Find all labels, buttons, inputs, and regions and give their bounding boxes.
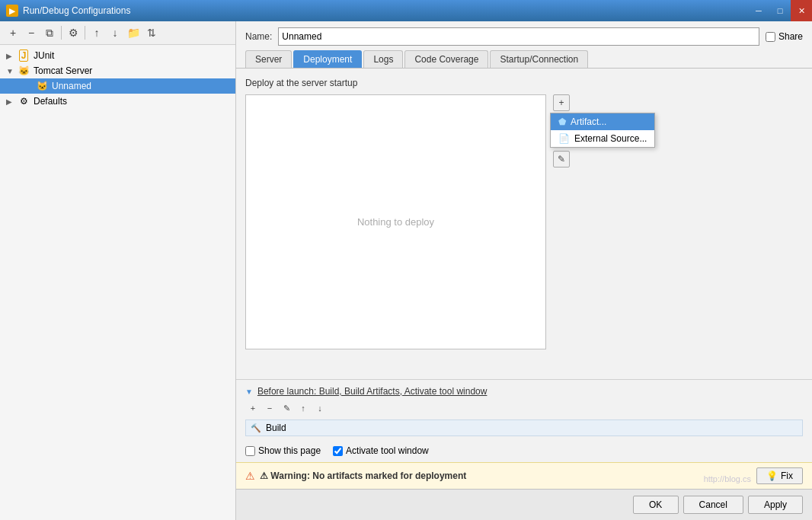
- title-bar: ▶ Run/Debug Configurations ─ □ ✕: [0, 0, 812, 21]
- remove-config-button[interactable]: −: [23, 24, 40, 41]
- config-tree: ▶ J JUnit ▼ 🐱 Tomcat Server 🐱 Unnamed ▶: [0, 45, 235, 520]
- activate-window-option: Activate tool window: [333, 445, 429, 456]
- config-icon: 🐱: [35, 80, 49, 92]
- maximize-button[interactable]: □: [769, 0, 791, 21]
- collapse-arrow[interactable]: ▼: [245, 388, 253, 396]
- before-launch-header: ▼ Before launch: Build, Build Artifacts,…: [245, 386, 803, 397]
- close-button[interactable]: ✕: [791, 0, 812, 21]
- name-input[interactable]: [278, 27, 759, 46]
- fix-button[interactable]: 💡 Fix: [756, 467, 803, 484]
- tab-server[interactable]: Server: [245, 50, 292, 68]
- bottom-bar: http://blog.cs OK Cancel Apply: [236, 489, 812, 520]
- artifact-icon: ⬟: [558, 116, 566, 127]
- tree-label-tomcat: Tomcat Server: [34, 65, 92, 76]
- activate-window-checkbox[interactable]: [333, 446, 343, 456]
- tree-item-defaults[interactable]: ▶ ⚙ Defaults: [0, 94, 235, 109]
- folder-button[interactable]: 📁: [125, 24, 142, 41]
- fix-icon: 💡: [766, 471, 778, 481]
- tree-item-unnamed[interactable]: 🐱 Unnamed: [0, 78, 235, 94]
- share-area: Share: [766, 31, 803, 42]
- build-icon: 🔨: [251, 423, 261, 433]
- tab-startup[interactable]: Startup/Connection: [490, 50, 588, 68]
- fix-label: Fix: [781, 471, 793, 481]
- tree-label-junit: JUnit: [34, 50, 54, 61]
- add-config-button[interactable]: +: [5, 24, 21, 41]
- right-panel: Name: Share Server Deployment Logs Code …: [236, 21, 812, 520]
- before-launch-title: Before launch: Build, Build Artifacts, A…: [257, 386, 488, 397]
- launch-add-button[interactable]: +: [245, 401, 261, 415]
- before-launch-section: ▼ Before launch: Build, Build Artifacts,…: [236, 379, 812, 439]
- deploy-add-button[interactable]: +: [553, 94, 570, 111]
- warning-icon: ⚠: [245, 470, 255, 482]
- tabs-bar: Server Deployment Logs Code Coverage Sta…: [236, 50, 812, 69]
- app-icon: ▶: [6, 5, 18, 17]
- title-bar-controls: ─ □ ✕: [748, 0, 812, 21]
- deploy-area: + ⬟ Artifact... 📄 External Source... ✎: [245, 94, 803, 349]
- main-container: + − ⧉ ⚙ ↑ ↓ 📁 ⇅ ▶ J JUnit ▼ 🐱: [0, 21, 812, 520]
- settings-button[interactable]: ⚙: [65, 24, 82, 41]
- deploy-list-box: Nothing to deploy: [245, 94, 546, 349]
- tree-expand-defaults: ▶: [6, 97, 17, 106]
- launch-down-button[interactable]: ↓: [312, 401, 328, 415]
- warning-bold: ⚠: [260, 471, 270, 481]
- launch-up-button[interactable]: ↑: [296, 401, 311, 415]
- deploy-section-label: Deploy at the server startup: [245, 78, 803, 88]
- build-item-row: 🔨 Build: [245, 420, 803, 436]
- name-field-label: Name:: [245, 31, 272, 42]
- minimize-button[interactable]: ─: [748, 0, 769, 21]
- launch-edit-button[interactable]: ✎: [279, 401, 294, 415]
- warning-bar: ⚠ ⚠ Warning: No artifacts marked for dep…: [236, 462, 812, 489]
- tomcat-icon: 🐱: [17, 65, 30, 77]
- build-label: Build: [266, 423, 286, 433]
- apply-button[interactable]: Apply: [748, 496, 803, 514]
- share-checkbox[interactable]: [766, 32, 775, 42]
- tab-coverage[interactable]: Code Coverage: [404, 50, 488, 68]
- tree-item-tomcat[interactable]: ▼ 🐱 Tomcat Server: [0, 63, 235, 78]
- dropdown-artifact[interactable]: ⬟ Artifact...: [551, 113, 654, 130]
- activate-window-label: Activate tool window: [346, 445, 429, 456]
- artifact-dropdown: ⬟ Artifact... 📄 External Source...: [550, 113, 655, 148]
- move-up-button[interactable]: ↑: [88, 24, 105, 41]
- tab-logs[interactable]: Logs: [363, 50, 403, 68]
- dropdown-external[interactable]: 📄 External Source...: [551, 130, 654, 147]
- left-toolbar: + − ⧉ ⚙ ↑ ↓ 📁 ⇅: [0, 21, 235, 45]
- external-icon: 📄: [558, 133, 570, 144]
- defaults-icon: ⚙: [17, 95, 30, 107]
- toolbar-separator: [61, 26, 62, 40]
- share-label: Share: [778, 31, 803, 42]
- empty-deploy-text: Nothing to deploy: [357, 216, 434, 228]
- name-row: Name: Share: [236, 21, 812, 50]
- left-panel: + − ⧉ ⚙ ↑ ↓ 📁 ⇅ ▶ J JUnit ▼ 🐱: [0, 21, 236, 520]
- options-row: Show this page Activate tool window: [236, 439, 812, 462]
- external-label: External Source...: [574, 133, 647, 144]
- tab-deployment[interactable]: Deployment: [293, 50, 362, 68]
- toolbar-separator-2: [85, 26, 85, 40]
- tree-item-junit[interactable]: ▶ J JUnit: [0, 48, 235, 63]
- show-page-checkbox[interactable]: [245, 446, 255, 456]
- tree-expand-tomcat: ▼: [6, 67, 17, 75]
- junit-icon: J: [17, 49, 30, 62]
- move-down-button[interactable]: ↓: [107, 24, 123, 41]
- title-bar-text: Run/Debug Configurations: [23, 5, 130, 16]
- deploy-edit-button[interactable]: ✎: [553, 151, 570, 167]
- tree-expand-junit: ▶: [6, 52, 17, 60]
- tree-label-defaults: Defaults: [34, 96, 67, 107]
- show-page-label: Show this page: [258, 445, 321, 456]
- warning-text: ⚠ Warning: No artifacts marked for deplo…: [260, 471, 752, 481]
- tree-label-unnamed: Unnamed: [52, 81, 91, 91]
- sort-button[interactable]: ⇅: [143, 24, 160, 41]
- ok-button[interactable]: OK: [633, 496, 679, 514]
- cancel-button[interactable]: Cancel: [683, 496, 743, 514]
- show-page-option: Show this page: [245, 445, 321, 456]
- deployment-content: Deploy at the server startup + ⬟ Artifac…: [236, 69, 812, 379]
- artifact-label: Artifact...: [571, 116, 606, 127]
- before-launch-toolbar: + − ✎ ↑ ↓: [245, 401, 803, 415]
- copy-config-button[interactable]: ⧉: [41, 24, 58, 41]
- launch-remove-button[interactable]: −: [262, 401, 277, 415]
